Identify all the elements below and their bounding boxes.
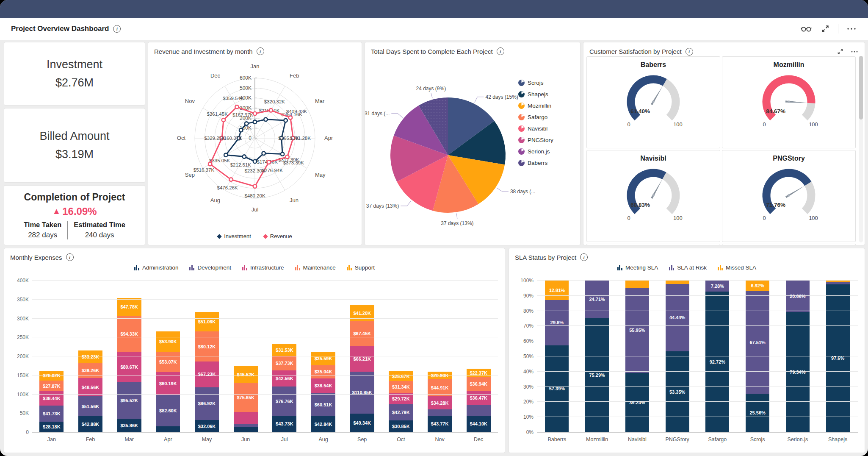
stacked-bar[interactable]: $32.06K$86.92K$67.23K$80.12K$51.06K bbox=[195, 312, 219, 432]
data-point[interactable] bbox=[269, 108, 273, 112]
administration-segment[interactable] bbox=[156, 426, 180, 432]
stacked-bar[interactable]: 97.6% bbox=[826, 281, 850, 432]
missed-sla-segment[interactable] bbox=[826, 281, 850, 282]
legend-item-shapejs[interactable]: Shapejs bbox=[518, 91, 553, 97]
stacked-bar[interactable]: 92.72%7.28% bbox=[705, 281, 729, 432]
stacked-bar[interactable]: $28.18K$41.73K$38.44K$27.87K$26.02K bbox=[39, 371, 64, 432]
stacked-bar[interactable]: $82.60K$60.19K$53.07K$53.90K bbox=[156, 331, 180, 432]
support-segment[interactable]: $35.59K bbox=[311, 352, 335, 365]
sla-at-risk-segment[interactable]: 55.95% bbox=[625, 288, 649, 373]
expand-icon[interactable] bbox=[820, 24, 830, 34]
expand-icon[interactable] bbox=[836, 47, 844, 56]
sla-at-risk-segment[interactable]: 7.28% bbox=[705, 281, 729, 292]
legend-item-baberrs[interactable]: Baberrs bbox=[518, 160, 553, 166]
info-icon[interactable]: i bbox=[113, 25, 121, 33]
legend-item-pngstory[interactable]: PNGStory bbox=[518, 137, 553, 143]
administration-segment[interactable]: $30.85K bbox=[389, 420, 413, 432]
maintenance-segment[interactable]: $80.12K bbox=[195, 331, 219, 362]
data-point[interactable] bbox=[245, 122, 248, 125]
legend-item-investment[interactable]: Investment bbox=[218, 233, 251, 239]
support-segment[interactable]: $31.53K bbox=[272, 344, 296, 356]
development-segment[interactable]: $41.73K bbox=[39, 406, 64, 421]
meeting-sla-segment[interactable]: 97.6% bbox=[826, 284, 850, 432]
support-segment[interactable]: $47.78K bbox=[117, 298, 141, 316]
missed-sla-segment[interactable]: 12.81% bbox=[545, 281, 569, 300]
maintenance-segment[interactable]: $27.87K bbox=[39, 381, 64, 391]
data-point[interactable] bbox=[253, 160, 257, 163]
support-segment[interactable]: $25.67K bbox=[389, 371, 413, 381]
data-point[interactable] bbox=[224, 153, 227, 156]
stacked-bar[interactable]: $42.84K$60.51K$38.54K$35.04K$35.59K bbox=[311, 352, 335, 432]
development-segment[interactable]: $42.79K bbox=[389, 404, 413, 420]
legend-item-meeting-sla[interactable]: Meeting SLA bbox=[617, 264, 658, 271]
data-point[interactable] bbox=[267, 161, 271, 164]
stacked-bar[interactable]: $43.77K$34.28K$44.91K$20.90K bbox=[428, 372, 452, 433]
legend-item-revenue[interactable]: Revenue bbox=[264, 233, 292, 239]
sla-at-risk-segment[interactable]: 29.8% bbox=[545, 300, 569, 345]
maintenance-segment[interactable]: $67.45K bbox=[350, 321, 374, 346]
data-point[interactable] bbox=[285, 155, 289, 158]
support-segment[interactable]: $51.06K bbox=[195, 312, 219, 331]
maintenance-segment[interactable]: $36.94K bbox=[467, 377, 491, 391]
administration-segment[interactable]: $32.06K bbox=[195, 420, 219, 432]
missed-sla-segment[interactable]: 6.92% bbox=[746, 281, 769, 291]
legend-item-administration[interactable]: Administration bbox=[134, 264, 179, 271]
data-point[interactable] bbox=[264, 118, 267, 121]
administration-segment[interactable]: $28.18K bbox=[39, 422, 64, 432]
sla-at-risk-segment[interactable]: 24.71% bbox=[585, 281, 609, 318]
infrastructure-segment[interactable]: $66.21K bbox=[350, 346, 374, 371]
info-icon[interactable]: i bbox=[686, 48, 693, 56]
support-segment[interactable]: $33.23K bbox=[78, 350, 102, 363]
stacked-bar[interactable]: $75.65K$45.52K bbox=[234, 366, 258, 432]
legend-item-development[interactable]: Development bbox=[189, 264, 231, 271]
meeting-sla-segment[interactable]: 92.72% bbox=[705, 292, 729, 432]
support-segment[interactable]: $53.90K bbox=[156, 331, 180, 352]
missed-sla-segment[interactable] bbox=[666, 281, 689, 284]
maintenance-segment[interactable]: $94.33K bbox=[117, 316, 141, 352]
infrastructure-segment[interactable]: $36.47K bbox=[467, 391, 491, 405]
stacked-bar[interactable]: $42.88K$51.56K$48.56K$39.26K$33.23K bbox=[78, 350, 102, 432]
legend-item-sla-at-risk[interactable]: SLA at Risk bbox=[669, 264, 707, 271]
data-point[interactable] bbox=[253, 112, 257, 115]
maintenance-segment[interactable]: $35.04K bbox=[311, 365, 335, 378]
infrastructure-segment[interactable]: $80.67K bbox=[117, 352, 141, 382]
legend-item-scrojs[interactable]: Scrojs bbox=[518, 80, 553, 86]
development-segment[interactable]: $76.76K bbox=[272, 386, 296, 416]
maintenance-segment[interactable]: $75.65K bbox=[234, 383, 258, 412]
data-point[interactable] bbox=[229, 178, 232, 181]
legend-item-mozmillin[interactable]: Mozmillin bbox=[518, 103, 553, 109]
data-point[interactable] bbox=[239, 128, 243, 132]
infrastructure-segment[interactable]: $42.56K bbox=[272, 370, 296, 386]
legend-item-support[interactable]: Support bbox=[347, 264, 375, 271]
meeting-sla-segment[interactable]: 79.34% bbox=[786, 312, 810, 432]
sla-at-risk-segment[interactable]: 67.51% bbox=[746, 291, 769, 394]
data-point[interactable] bbox=[281, 152, 284, 156]
administration-segment[interactable]: $44.10K bbox=[467, 416, 491, 432]
legend-item-maintenance[interactable]: Maintenance bbox=[295, 264, 336, 271]
data-point[interactable] bbox=[262, 152, 265, 155]
infrastructure-segment[interactable]: $38.44K bbox=[39, 391, 64, 406]
scrollbar[interactable] bbox=[859, 56, 863, 242]
meeting-sla-segment[interactable]: 39.24% bbox=[625, 373, 649, 432]
legend-item-serion.js[interactable]: Serion.js bbox=[518, 148, 553, 155]
infrastructure-segment[interactable]: $60.19K bbox=[156, 372, 180, 395]
stacked-bar[interactable]: $43.73K$76.76K$42.56K$37.73K$31.53K bbox=[272, 344, 296, 432]
stacked-bar[interactable]: 39.24%55.95% bbox=[625, 281, 649, 432]
gauge-chart[interactable]: 84.67%0100 bbox=[742, 69, 835, 132]
data-point[interactable] bbox=[235, 105, 238, 108]
administration-segment[interactable]: $42.88K bbox=[78, 416, 102, 432]
infrastructure-segment[interactable]: $29.72K bbox=[389, 393, 413, 405]
legend-item-missed-sla[interactable]: Missed SLA bbox=[718, 264, 756, 271]
meeting-sla-segment[interactable]: 25.56% bbox=[746, 394, 769, 433]
sla-at-risk-segment[interactable] bbox=[826, 282, 850, 284]
maintenance-segment[interactable]: $37.73K bbox=[272, 356, 296, 370]
support-segment[interactable]: $26.02K bbox=[39, 371, 64, 381]
infrastructure-segment[interactable]: $38.54K bbox=[311, 378, 335, 393]
stacked-bar[interactable]: 75.29%24.71% bbox=[585, 281, 609, 432]
gauge-chart[interactable]: 61.40%0100 bbox=[607, 69, 700, 132]
administration-segment[interactable]: $49.34K bbox=[350, 414, 374, 432]
scrollbar-thumb[interactable] bbox=[859, 56, 863, 120]
maintenance-segment[interactable]: $39.26K bbox=[78, 363, 102, 378]
data-point[interactable] bbox=[208, 162, 212, 166]
stacked-bar[interactable]: $30.85K$42.79K$29.72K$31.34K$25.67K bbox=[389, 371, 413, 432]
